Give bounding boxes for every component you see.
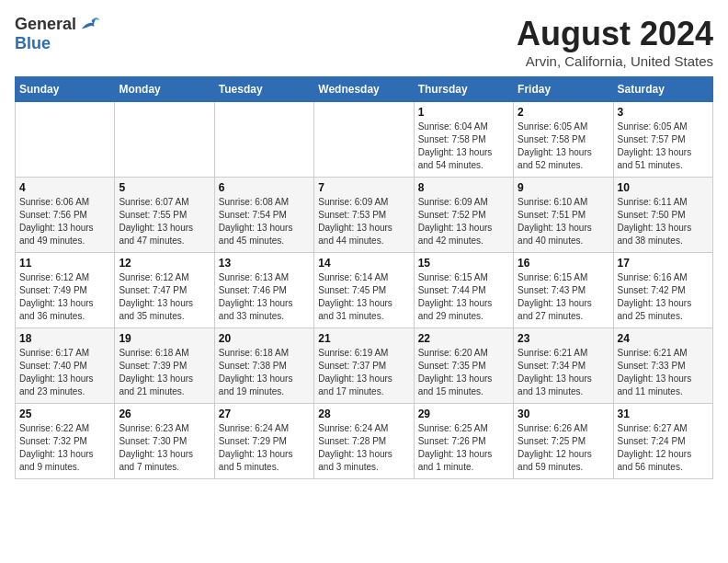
day-info: Sunrise: 6:12 AM Sunset: 7:49 PM Dayligh… — [19, 271, 110, 323]
day-info: Sunrise: 6:13 AM Sunset: 7:46 PM Dayligh… — [219, 271, 310, 323]
day-info: Sunrise: 6:18 AM Sunset: 7:38 PM Dayligh… — [219, 347, 310, 398]
day-number: 1 — [418, 106, 509, 119]
day-cell-26: 26Sunrise: 6:23 AM Sunset: 7:30 PM Dayli… — [115, 404, 214, 479]
day-info: Sunrise: 6:15 AM Sunset: 7:43 PM Dayligh… — [518, 271, 609, 323]
day-number: 13 — [219, 257, 310, 270]
day-number: 31 — [618, 408, 709, 420]
day-cell-8: 8Sunrise: 6:09 AM Sunset: 7:52 PM Daylig… — [414, 178, 513, 253]
empty-cell — [115, 102, 214, 178]
month-title: August 2024 — [517, 15, 713, 53]
day-cell-20: 20Sunrise: 6:18 AM Sunset: 7:38 PM Dayli… — [214, 328, 313, 404]
empty-cell — [314, 102, 414, 178]
day-cell-11: 11Sunrise: 6:12 AM Sunset: 7:49 PM Dayli… — [16, 253, 115, 328]
week-row-3: 11Sunrise: 6:12 AM Sunset: 7:49 PM Dayli… — [16, 253, 713, 328]
day-number: 9 — [518, 181, 609, 194]
day-number: 11 — [19, 257, 110, 270]
day-cell-3: 3Sunrise: 6:05 AM Sunset: 7:57 PM Daylig… — [613, 102, 712, 178]
weekday-header-row: SundayMondayTuesdayWednesdayThursdayFrid… — [16, 77, 713, 102]
day-info: Sunrise: 6:05 AM Sunset: 7:57 PM Dayligh… — [618, 121, 709, 172]
day-cell-30: 30Sunrise: 6:26 AM Sunset: 7:25 PM Dayli… — [514, 404, 613, 479]
day-info: Sunrise: 6:14 AM Sunset: 7:45 PM Dayligh… — [318, 271, 409, 323]
day-info: Sunrise: 6:25 AM Sunset: 7:26 PM Dayligh… — [418, 422, 509, 474]
day-number: 2 — [518, 106, 609, 119]
weekday-header-friday: Friday — [514, 77, 613, 102]
day-info: Sunrise: 6:18 AM Sunset: 7:39 PM Dayligh… — [119, 347, 210, 398]
weekday-header-sunday: Sunday — [16, 77, 115, 102]
week-row-1: 1Sunrise: 6:04 AM Sunset: 7:58 PM Daylig… — [16, 102, 713, 178]
day-info: Sunrise: 6:19 AM Sunset: 7:37 PM Dayligh… — [318, 347, 409, 398]
day-number: 18 — [19, 332, 110, 345]
day-cell-23: 23Sunrise: 6:21 AM Sunset: 7:34 PM Dayli… — [514, 328, 613, 404]
weekday-header-wednesday: Wednesday — [314, 77, 414, 102]
day-cell-14: 14Sunrise: 6:14 AM Sunset: 7:45 PM Dayli… — [314, 253, 414, 328]
page-header: General Blue August 2024 Arvin, Californ… — [15, 15, 713, 69]
weekday-header-saturday: Saturday — [613, 77, 712, 102]
day-cell-12: 12Sunrise: 6:12 AM Sunset: 7:47 PM Dayli… — [115, 253, 214, 328]
day-cell-25: 25Sunrise: 6:22 AM Sunset: 7:32 PM Dayli… — [16, 404, 115, 479]
day-number: 19 — [119, 332, 210, 345]
day-cell-7: 7Sunrise: 6:09 AM Sunset: 7:53 PM Daylig… — [314, 178, 414, 253]
day-info: Sunrise: 6:06 AM Sunset: 7:56 PM Dayligh… — [19, 196, 110, 247]
weekday-header-monday: Monday — [115, 77, 214, 102]
day-number: 4 — [19, 181, 110, 194]
day-cell-4: 4Sunrise: 6:06 AM Sunset: 7:56 PM Daylig… — [16, 178, 115, 253]
week-row-5: 25Sunrise: 6:22 AM Sunset: 7:32 PM Dayli… — [16, 404, 713, 479]
day-number: 7 — [318, 181, 409, 194]
day-info: Sunrise: 6:27 AM Sunset: 7:24 PM Dayligh… — [618, 422, 709, 474]
day-number: 17 — [618, 257, 709, 270]
day-cell-17: 17Sunrise: 6:16 AM Sunset: 7:42 PM Dayli… — [613, 253, 712, 328]
day-number: 30 — [518, 408, 609, 420]
day-cell-9: 9Sunrise: 6:10 AM Sunset: 7:51 PM Daylig… — [514, 178, 613, 253]
day-info: Sunrise: 6:15 AM Sunset: 7:44 PM Dayligh… — [418, 271, 509, 323]
week-row-4: 18Sunrise: 6:17 AM Sunset: 7:40 PM Dayli… — [16, 328, 713, 404]
location: Arvin, California, United States — [517, 53, 713, 69]
day-info: Sunrise: 6:24 AM Sunset: 7:28 PM Dayligh… — [318, 422, 409, 474]
day-number: 6 — [219, 181, 310, 194]
day-number: 14 — [318, 257, 409, 270]
day-cell-2: 2Sunrise: 6:05 AM Sunset: 7:58 PM Daylig… — [514, 102, 613, 178]
logo: General Blue — [15, 15, 100, 53]
day-number: 12 — [119, 257, 210, 270]
logo-blue-text: Blue — [15, 34, 51, 52]
day-info: Sunrise: 6:10 AM Sunset: 7:51 PM Dayligh… — [518, 196, 609, 247]
day-info: Sunrise: 6:08 AM Sunset: 7:54 PM Dayligh… — [219, 196, 310, 247]
day-info: Sunrise: 6:22 AM Sunset: 7:32 PM Dayligh… — [19, 422, 110, 474]
title-area: August 2024 Arvin, California, United St… — [517, 15, 713, 69]
day-info: Sunrise: 6:21 AM Sunset: 7:33 PM Dayligh… — [618, 347, 709, 398]
day-info: Sunrise: 6:17 AM Sunset: 7:40 PM Dayligh… — [19, 347, 110, 398]
day-cell-16: 16Sunrise: 6:15 AM Sunset: 7:43 PM Dayli… — [514, 253, 613, 328]
day-cell-18: 18Sunrise: 6:17 AM Sunset: 7:40 PM Dayli… — [16, 328, 115, 404]
day-info: Sunrise: 6:24 AM Sunset: 7:29 PM Dayligh… — [219, 422, 310, 474]
day-info: Sunrise: 6:07 AM Sunset: 7:55 PM Dayligh… — [119, 196, 210, 247]
day-cell-27: 27Sunrise: 6:24 AM Sunset: 7:29 PM Dayli… — [214, 404, 313, 479]
day-info: Sunrise: 6:12 AM Sunset: 7:47 PM Dayligh… — [119, 271, 210, 323]
day-cell-19: 19Sunrise: 6:18 AM Sunset: 7:39 PM Dayli… — [115, 328, 214, 404]
day-number: 20 — [219, 332, 310, 345]
day-info: Sunrise: 6:04 AM Sunset: 7:58 PM Dayligh… — [418, 121, 509, 172]
empty-cell — [16, 102, 115, 178]
day-cell-1: 1Sunrise: 6:04 AM Sunset: 7:58 PM Daylig… — [414, 102, 513, 178]
day-cell-28: 28Sunrise: 6:24 AM Sunset: 7:28 PM Dayli… — [314, 404, 414, 479]
day-info: Sunrise: 6:11 AM Sunset: 7:50 PM Dayligh… — [618, 196, 709, 247]
day-cell-5: 5Sunrise: 6:07 AM Sunset: 7:55 PM Daylig… — [115, 178, 214, 253]
day-cell-29: 29Sunrise: 6:25 AM Sunset: 7:26 PM Dayli… — [414, 404, 513, 479]
day-number: 8 — [418, 181, 509, 194]
empty-cell — [214, 102, 313, 178]
logo-general-text: General — [15, 15, 76, 34]
day-info: Sunrise: 6:26 AM Sunset: 7:25 PM Dayligh… — [518, 422, 609, 474]
day-cell-10: 10Sunrise: 6:11 AM Sunset: 7:50 PM Dayli… — [613, 178, 712, 253]
day-cell-6: 6Sunrise: 6:08 AM Sunset: 7:54 PM Daylig… — [214, 178, 313, 253]
day-number: 5 — [119, 181, 210, 194]
day-info: Sunrise: 6:23 AM Sunset: 7:30 PM Dayligh… — [119, 422, 210, 474]
day-info: Sunrise: 6:21 AM Sunset: 7:34 PM Dayligh… — [518, 347, 609, 398]
day-cell-21: 21Sunrise: 6:19 AM Sunset: 7:37 PM Dayli… — [314, 328, 414, 404]
day-info: Sunrise: 6:09 AM Sunset: 7:52 PM Dayligh… — [418, 196, 509, 247]
day-number: 25 — [19, 408, 110, 420]
day-cell-24: 24Sunrise: 6:21 AM Sunset: 7:33 PM Dayli… — [613, 328, 712, 404]
day-number: 21 — [318, 332, 409, 345]
day-info: Sunrise: 6:05 AM Sunset: 7:58 PM Dayligh… — [518, 121, 609, 172]
day-cell-31: 31Sunrise: 6:27 AM Sunset: 7:24 PM Dayli… — [613, 404, 712, 479]
day-number: 15 — [418, 257, 509, 270]
day-info: Sunrise: 6:16 AM Sunset: 7:42 PM Dayligh… — [618, 271, 709, 323]
day-cell-15: 15Sunrise: 6:15 AM Sunset: 7:44 PM Dayli… — [414, 253, 513, 328]
